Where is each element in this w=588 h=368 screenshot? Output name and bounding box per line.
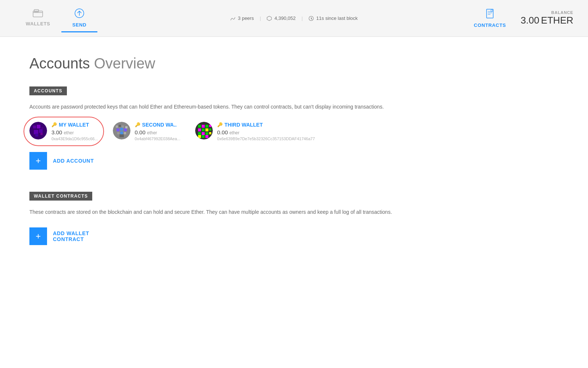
account-3-balance: 0.00 ether — [217, 129, 315, 135]
balance-label: BALANCE — [521, 10, 573, 15]
svg-rect-18 — [119, 125, 121, 127]
svg-rect-23 — [124, 128, 127, 131]
svg-rect-10 — [41, 127, 43, 129]
main-content: Accounts Overview ACCOUNTS Accounts are … — [0, 37, 588, 368]
avatar-1 — [29, 122, 47, 139]
svg-rect-27 — [119, 134, 124, 137]
nav-contracts[interactable]: CONTRACTS — [474, 8, 506, 28]
send-icon — [74, 8, 85, 21]
svg-rect-21 — [116, 128, 119, 131]
key-icon-3: 🔑 — [217, 122, 223, 127]
svg-rect-24 — [117, 132, 119, 134]
svg-rect-13 — [35, 134, 38, 137]
accounts-section: ACCOUNTS Accounts are password protected… — [29, 86, 559, 170]
contracts-icon — [485, 8, 495, 21]
svg-rect-41 — [198, 135, 201, 138]
svg-rect-12 — [39, 129, 43, 133]
key-icon-2: 🔑 — [135, 122, 140, 127]
svg-rect-9 — [37, 125, 40, 128]
svg-rect-14 — [40, 133, 43, 135]
accounts-description: Accounts are password protected keys tha… — [29, 103, 559, 111]
wallets-label: WALLETS — [26, 21, 50, 26]
svg-marker-3 — [267, 16, 272, 21]
account-2-info: 🔑 SECOND WA.. 0.00 ether 0x4abf467992E03… — [135, 122, 180, 141]
page-title: Accounts Overview — [29, 55, 559, 72]
account-card-2[interactable]: 🔑 SECOND WA.. 0.00 ether 0x4abf467992E03… — [113, 122, 180, 141]
avatar-2 — [113, 122, 130, 139]
svg-rect-34 — [202, 128, 205, 131]
accounts-section-header: ACCOUNTS — [29, 86, 67, 95]
account-3-address: 0x6e639B9e7De7e5b32326Cc357153DDAF41746a… — [217, 137, 315, 141]
svg-rect-37 — [198, 132, 201, 135]
app-header: WALLETS SEND 3 peers | 4,390,052 — [0, 0, 588, 37]
account-1-name: 🔑 MY WALLET — [51, 122, 98, 128]
svg-rect-39 — [205, 132, 208, 135]
plus-icon-2: + — [36, 231, 41, 241]
svg-rect-30 — [202, 125, 205, 128]
account-3-name: 🔑 THIRD WALLET — [217, 122, 315, 128]
svg-rect-43 — [205, 135, 208, 138]
wallet-icon — [33, 9, 43, 20]
peers-status: 3 peers — [230, 15, 254, 21]
svg-rect-8 — [33, 125, 36, 128]
contracts-label: CONTRACTS — [474, 22, 506, 28]
network-status: 3 peers | 4,390,052 | 11s since last blo… — [230, 15, 358, 21]
wallet-contracts-section: WALLET CONTRACTS These contracts are sto… — [29, 192, 559, 245]
time-status: 11s since last block — [309, 15, 358, 21]
svg-rect-20 — [125, 126, 128, 128]
block-status: 4,390,052 — [267, 15, 295, 21]
svg-rect-29 — [198, 125, 201, 128]
svg-rect-40 — [209, 132, 211, 134]
nav-wallets[interactable]: WALLETS — [15, 6, 61, 31]
send-label: SEND — [72, 22, 87, 28]
svg-rect-22 — [120, 128, 123, 131]
svg-rect-38 — [202, 132, 205, 135]
svg-rect-25 — [120, 131, 123, 134]
accounts-list: 🔑 MY WALLET 3.00 ether 0xa43E9da1D6c955c… — [29, 122, 559, 141]
add-wallet-contract-button[interactable]: + — [29, 227, 47, 245]
svg-rect-17 — [116, 125, 118, 128]
add-wallet-contract-row[interactable]: + ADD WALLET CONTRACT — [29, 227, 559, 245]
svg-rect-33 — [198, 128, 201, 131]
svg-rect-32 — [209, 125, 211, 127]
avatar-3 — [195, 122, 213, 139]
account-1-address: 0xa43E9da1D6c955c66... — [51, 137, 98, 141]
account-1-info: 🔑 MY WALLET 3.00 ether 0xa43E9da1D6c955c… — [51, 122, 98, 141]
svg-rect-26 — [124, 132, 126, 134]
account-2-balance: 0.00 ether — [135, 129, 180, 135]
svg-rect-42 — [202, 135, 205, 138]
plus-icon: + — [36, 156, 41, 166]
balance-amount: 3.00 ETHER — [521, 15, 573, 26]
main-nav: WALLETS SEND — [15, 4, 97, 32]
svg-rect-1 — [34, 10, 39, 12]
add-account-row[interactable]: + ADD ACCOUNT — [29, 152, 559, 170]
svg-rect-35 — [205, 128, 208, 131]
wallet-contracts-header: WALLET CONTRACTS — [29, 192, 92, 201]
add-account-label[interactable]: ADD ACCOUNT — [47, 158, 94, 164]
account-3-info: 🔑 THIRD WALLET 0.00 ether 0x6e639B9e7De7… — [217, 122, 315, 141]
nav-send[interactable]: SEND — [61, 4, 98, 32]
account-2-address: 0x4abf467992E038Aea... — [135, 137, 180, 141]
account-card-3[interactable]: 🔑 THIRD WALLET 0.00 ether 0x6e639B9e7De7… — [195, 122, 315, 141]
svg-rect-5 — [487, 9, 493, 18]
add-account-button[interactable]: + — [29, 152, 47, 170]
svg-rect-31 — [205, 125, 208, 128]
balance-display: BALANCE 3.00 ETHER — [521, 10, 573, 26]
account-2-name: 🔑 SECOND WA.. — [135, 122, 180, 128]
key-icon-1: 🔑 — [51, 122, 57, 127]
svg-rect-36 — [209, 128, 211, 131]
header-right: CONTRACTS BALANCE 3.00 ETHER — [474, 8, 573, 28]
svg-rect-19 — [122, 125, 124, 128]
add-wallet-contract-label[interactable]: ADD WALLET CONTRACT — [47, 230, 89, 242]
account-1-balance: 3.00 ether — [51, 129, 98, 135]
wallet-contracts-description: These contracts are stored on the blockc… — [29, 208, 559, 216]
account-card-1[interactable]: 🔑 MY WALLET 3.00 ether 0xa43E9da1D6c955c… — [29, 122, 98, 141]
